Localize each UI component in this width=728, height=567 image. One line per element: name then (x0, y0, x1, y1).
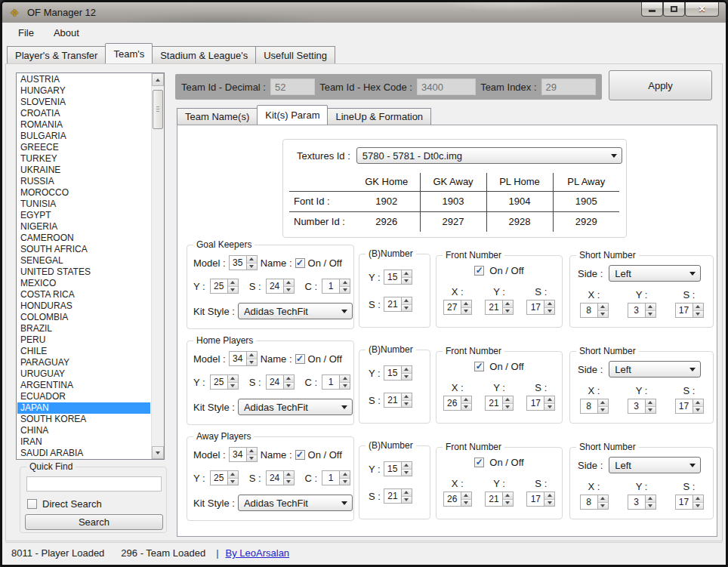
stepper-up-icon[interactable] (646, 399, 656, 407)
country-item[interactable]: MEXICO (17, 278, 150, 289)
stepper-down-icon[interactable] (247, 359, 257, 366)
stepper-up-icon[interactable] (693, 495, 703, 503)
bnum-s-stepper[interactable]: 21 (384, 393, 412, 408)
stepper-down-icon[interactable] (503, 308, 513, 315)
stepper-down-icon[interactable] (340, 383, 350, 390)
stepper-down-icon[interactable] (503, 500, 513, 507)
stepper-up-icon[interactable] (402, 297, 412, 305)
stepper-down-icon[interactable] (646, 503, 656, 510)
front-x-stepper[interactable]: 26 (443, 492, 472, 507)
stepper-up-icon[interactable] (228, 471, 238, 479)
stepper-up-icon[interactable] (503, 396, 513, 404)
country-item[interactable]: TURKEY (17, 153, 150, 165)
stepper-down-icon[interactable] (402, 497, 412, 504)
stepper-down-icon[interactable] (402, 470, 412, 476)
stepper-down-icon[interactable] (693, 503, 703, 510)
c-stepper[interactable]: 1 (322, 279, 350, 294)
short-y-stepper[interactable]: 3 (628, 495, 656, 510)
front-y-stepper[interactable]: 21 (485, 492, 514, 507)
subtab-team-names[interactable]: Team Name(s) (177, 108, 258, 125)
stepper-down-icon[interactable] (247, 263, 257, 270)
stepper-down-icon[interactable] (340, 479, 350, 485)
country-item[interactable]: SENEGAL (17, 255, 150, 267)
stepper-down-icon[interactable] (646, 311, 656, 318)
country-item[interactable]: BULGARIA (17, 131, 150, 142)
stepper-down-icon[interactable] (461, 308, 471, 315)
stepper-down-icon[interactable] (598, 311, 608, 318)
model-stepper[interactable]: 35 (229, 255, 258, 270)
stepper-down-icon[interactable] (598, 407, 608, 414)
country-item[interactable]: RUSSIA (17, 176, 150, 187)
stepper-up-icon[interactable] (544, 396, 554, 404)
kit-style-select[interactable]: Adidas TechFit (238, 303, 353, 319)
team-list[interactable]: AUSTRIA HUNGARY SLOVENIA CROATIA ROMANIA… (16, 72, 165, 460)
country-item[interactable]: CAMEROON (17, 233, 150, 244)
stepper-up-icon[interactable] (228, 279, 238, 287)
stepper-down-icon[interactable] (461, 404, 471, 411)
credit-link[interactable]: By LeoArsalan (226, 547, 290, 559)
stepper-up-icon[interactable] (340, 375, 350, 383)
tab-teams[interactable]: Team's (105, 43, 153, 63)
list-scrollbar[interactable] (151, 73, 164, 459)
stepper-up-icon[interactable] (544, 492, 554, 500)
short-x-stepper[interactable]: 8 (580, 303, 609, 318)
bnum-y-stepper[interactable]: 15 (384, 365, 412, 381)
c-stepper[interactable]: 1 (322, 374, 350, 390)
stepper-down-icon[interactable] (228, 383, 238, 390)
apply-button[interactable]: Apply (609, 70, 712, 100)
stepper-down-icon[interactable] (402, 278, 412, 285)
country-item[interactable]: CROATIA (17, 108, 150, 119)
s-stepper[interactable]: 24 (266, 279, 295, 294)
stepper-down-icon[interactable] (693, 311, 703, 318)
search-button[interactable]: Search (25, 514, 163, 530)
stepper-down-icon[interactable] (228, 479, 238, 485)
country-item[interactable]: AUSTRIA (17, 74, 150, 85)
s-stepper[interactable]: 24 (266, 374, 295, 390)
quick-find-input[interactable] (26, 476, 162, 492)
short-x-stepper[interactable]: 8 (580, 495, 609, 510)
country-item[interactable]: ECUADOR (17, 391, 150, 402)
scroll-down-button[interactable] (152, 446, 164, 459)
tab-players-transfer[interactable]: Player's & Transfer (7, 46, 106, 63)
s-stepper[interactable]: 24 (266, 470, 295, 485)
textures-id-select[interactable]: 5780 - 5781 - Dt0c.img (356, 147, 622, 164)
stepper-up-icon[interactable] (646, 304, 656, 311)
stepper-up-icon[interactable] (598, 399, 608, 407)
model-stepper[interactable]: 34 (229, 351, 258, 366)
country-item[interactable]: EGYPT (17, 210, 150, 221)
stepper-up-icon[interactable] (503, 492, 513, 500)
scroll-up-button[interactable] (152, 73, 164, 86)
stepper-down-icon[interactable] (247, 455, 257, 462)
stepper-up-icon[interactable] (402, 366, 412, 374)
country-item[interactable]: SAUDI ARABIA (17, 448, 150, 459)
stepper-up-icon[interactable] (402, 270, 412, 278)
stepper-up-icon[interactable] (646, 495, 656, 503)
country-item[interactable]: HUNGARY (17, 85, 150, 97)
country-item[interactable]: PERU (17, 334, 150, 346)
tab-usefull-setting[interactable]: Usefull Setting (255, 46, 335, 63)
country-item[interactable]: SOUTH AFRICA (17, 244, 150, 255)
front-x-stepper[interactable]: 26 (443, 396, 472, 411)
stepper-up-icon[interactable] (402, 462, 412, 470)
stepper-down-icon[interactable] (284, 479, 294, 485)
front-s-stepper[interactable]: 17 (526, 492, 555, 507)
country-item[interactable]: BRAZIL (17, 323, 150, 334)
country-item[interactable]: HONDURAS (17, 300, 150, 312)
front-y-stepper[interactable]: 21 (485, 396, 514, 411)
stepper-down-icon[interactable] (340, 287, 350, 294)
c-stepper[interactable]: 1 (322, 470, 350, 485)
stepper-up-icon[interactable] (247, 256, 257, 263)
country-item[interactable]: SOUTH KOREA (17, 414, 150, 425)
country-item[interactable]: JAPAN (17, 402, 150, 414)
kit-style-select[interactable]: Adidas TechFit (238, 399, 353, 415)
y-stepper[interactable]: 25 (210, 279, 239, 294)
close-button[interactable]: ✕ (685, 2, 719, 17)
short-s-stepper[interactable]: 17 (675, 399, 704, 414)
direct-search-checkbox[interactable] (27, 499, 37, 509)
stepper-up-icon[interactable] (284, 375, 294, 383)
stepper-down-icon[interactable] (228, 287, 238, 294)
kit-style-select[interactable]: Adidas TechFit (238, 495, 353, 511)
bnum-y-stepper[interactable]: 15 (384, 270, 412, 285)
stepper-down-icon[interactable] (544, 404, 554, 411)
country-item[interactable]: UKRAINE (17, 165, 150, 176)
